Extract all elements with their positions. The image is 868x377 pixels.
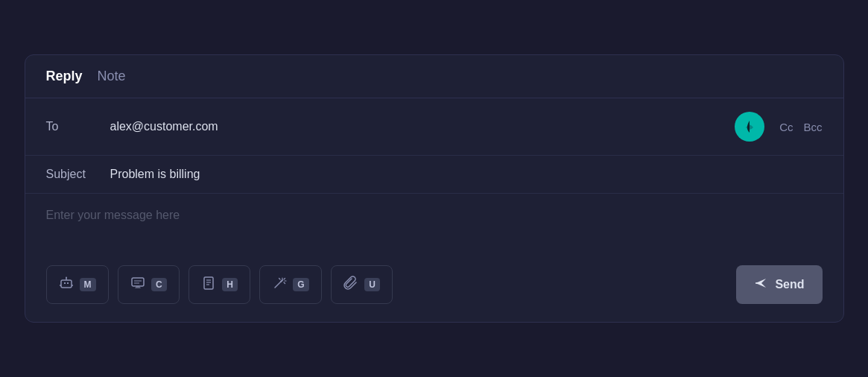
send-label: Send [775,278,804,291]
to-email-value[interactable]: alex@customer.com [110,120,723,133]
tool-button-g[interactable]: G [259,265,322,304]
tool-badge-c: C [151,278,167,291]
bcc-button[interactable]: Bcc [803,121,822,133]
attachment-icon [343,276,358,294]
svg-line-20 [284,282,285,284]
magic-wand-icon [272,276,287,294]
cc-button[interactable]: Cc [779,121,793,133]
subject-label: Subject [46,168,98,181]
svg-rect-11 [204,277,213,289]
svg-rect-3 [67,282,69,284]
to-row-right: Cc Bcc [735,112,822,142]
svg-rect-1 [61,280,72,288]
tool-badge-m: M [80,278,97,291]
svg-line-16 [281,280,282,282]
toolbar-row: M C [25,253,843,322]
subject-value[interactable]: Problem is billing [110,168,200,181]
message-area[interactable]: Enter your message here [25,194,843,253]
tab-note[interactable]: Note [98,69,126,84]
tool-button-u[interactable]: U [331,265,393,304]
svg-point-5 [66,276,67,278]
svg-rect-2 [64,282,66,284]
tabs-row: Reply Note [25,55,843,98]
document-icon [201,276,216,294]
subject-row: Subject Problem is billing [25,156,843,194]
comment-icon [130,276,145,294]
to-row: To alex@customer.com Cc Bcc [25,98,843,156]
nordvpn-icon [739,116,760,137]
to-label: To [46,120,98,133]
robot-icon [59,276,74,294]
tool-button-c[interactable]: C [118,265,180,304]
tool-badge-u: U [364,278,380,291]
svg-line-15 [275,282,281,288]
svg-rect-8 [132,278,144,286]
message-placeholder: Enter your message here [46,209,180,221]
compose-panel: Reply Note To alex@customer.com Cc Bcc S… [25,54,844,323]
svg-line-21 [279,278,281,279]
tool-button-m[interactable]: M [46,265,110,304]
send-button[interactable]: Send [736,265,822,304]
tool-badge-g: G [293,278,309,291]
send-icon [754,276,767,293]
avatar [735,112,764,142]
tool-button-h[interactable]: H [189,265,250,304]
svg-line-18 [284,278,285,279]
tool-badge-h: H [222,278,238,291]
tab-reply[interactable]: Reply [46,69,83,84]
cc-bcc-group: Cc Bcc [779,121,822,133]
